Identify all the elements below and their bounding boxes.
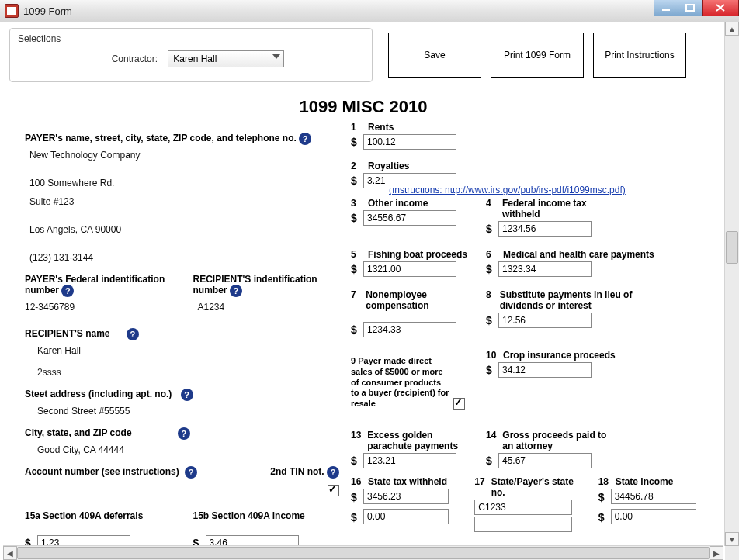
box-7-num: 7	[351, 289, 359, 311]
recipient-id: A1234	[198, 302, 340, 313]
box-14-input[interactable]	[498, 453, 592, 468]
box-3-label: Other income	[368, 198, 428, 209]
boxes-column: 1Rents $ 2Royalties $ 3Other income $	[351, 122, 710, 534]
title-bar: 1099 Form	[0, 0, 739, 22]
dollar-icon: $	[351, 455, 363, 467]
help-icon[interactable]: ?	[181, 389, 193, 401]
box-15a-label: 15a Section 409A deferrals	[25, 510, 172, 521]
street-value: Second Street #55555	[37, 406, 339, 417]
box-17-num: 17	[474, 476, 484, 498]
close-button[interactable]	[702, 0, 739, 16]
second-tin-checkbox[interactable]	[328, 485, 339, 496]
box-16-input-1[interactable]	[363, 489, 449, 504]
box-7-label: Nonemployee compensation	[366, 289, 467, 311]
scroll-right-button[interactable]: ▶	[710, 546, 723, 560]
box-1-input[interactable]	[363, 134, 456, 150]
scroll-up-button[interactable]: ▲	[725, 22, 739, 36]
box-10-num: 10	[486, 350, 497, 361]
maximize-icon	[685, 4, 695, 12]
box-3-input[interactable]	[363, 210, 456, 226]
help-icon[interactable]: ?	[178, 427, 190, 440]
box-2-input[interactable]	[363, 173, 456, 188]
box-1-label: Rents	[368, 122, 394, 133]
box-5-num: 5	[351, 249, 362, 260]
box-9-checkbox[interactable]	[453, 398, 465, 410]
box-15a-input[interactable]	[37, 535, 130, 546]
maximize-button[interactable]	[678, 0, 703, 16]
box-6-label: Medical and health care payments	[503, 249, 654, 260]
box-17-input-2[interactable]	[474, 517, 572, 532]
save-button[interactable]: Save	[388, 33, 481, 78]
box-6-num: 6	[486, 249, 497, 260]
box-9-label: 9 Payer made direct sales of $5000 or mo…	[351, 356, 450, 410]
help-icon[interactable]: ?	[61, 285, 74, 297]
box-18-label: State income	[616, 476, 674, 487]
box-18-input-1[interactable]	[611, 489, 696, 504]
scroll-corner	[725, 546, 739, 560]
scroll-thumb[interactable]	[726, 231, 738, 264]
scroll-down-button[interactable]: ▼	[725, 532, 739, 546]
minimize-icon	[661, 4, 671, 12]
payer-addr2: Suite #123	[29, 196, 339, 207]
help-icon[interactable]: ?	[127, 328, 139, 340]
box-18-input-2[interactable]	[611, 509, 696, 524]
help-icon[interactable]: ?	[299, 133, 311, 145]
form-title: 1099 MISC 2010	[3, 97, 723, 117]
box-17-label: State/Payer's state no.	[491, 476, 586, 498]
box-7-input[interactable]	[363, 322, 456, 337]
scroll-thumb-h[interactable]	[17, 547, 710, 559]
svg-rect-0	[662, 9, 670, 11]
box-17-input-1[interactable]	[474, 500, 572, 515]
window-buttons	[654, 0, 739, 16]
box-13-input[interactable]	[363, 453, 456, 468]
help-icon[interactable]: ?	[230, 285, 242, 297]
box-6-input[interactable]	[498, 261, 592, 277]
box-4-num: 4	[486, 198, 496, 220]
second-tin-label: 2nd TIN not.	[270, 466, 324, 477]
box-4-input[interactable]	[498, 221, 592, 237]
dollar-icon: $	[486, 364, 498, 376]
dollar-icon: $	[351, 175, 363, 187]
scroll-left-button[interactable]: ◀	[3, 546, 17, 560]
box-5-input[interactable]	[363, 261, 456, 277]
svg-rect-1	[686, 5, 694, 11]
dollar-icon: $	[351, 491, 363, 503]
contractor-label: Contractor:	[18, 54, 165, 64]
city-label: City, state, and ZIP code	[25, 427, 132, 438]
box-15b-label: 15b Section 409A income	[193, 510, 340, 521]
vertical-scrollbar[interactable]: ▲ ▼	[724, 22, 739, 546]
box-5-label: Fishing boat proceeds	[368, 249, 467, 260]
box-13-num: 13	[351, 430, 361, 451]
box-2-num: 2	[351, 161, 362, 171]
minimize-button[interactable]	[654, 0, 678, 16]
selections-fieldset: Selections Contractor: Karen Hall	[9, 28, 373, 82]
box-2-label: Royalties	[368, 161, 409, 171]
print-instructions-button[interactable]: Print Instructions	[593, 33, 686, 78]
payer-recipient-column: PAYER's name, street, city, state, ZIP c…	[25, 122, 339, 546]
contractor-combo[interactable]: Karen Hall	[168, 50, 284, 67]
print-instructions-label: Print Instructions	[605, 50, 674, 60]
dollar-icon: $	[351, 136, 363, 148]
dollar-icon: $	[351, 263, 363, 275]
box-10-input[interactable]	[498, 362, 592, 378]
help-icon[interactable]: ?	[327, 466, 339, 479]
box-13-label: Excess golden parachute payments	[367, 430, 467, 451]
scroll-pane: Selections Contractor: Karen Hall Save P…	[3, 22, 723, 546]
app-icon	[5, 4, 19, 18]
dollar-icon: $	[486, 455, 498, 467]
dollar-icon: $	[486, 314, 498, 327]
print-1099-button[interactable]: Print 1099 Form	[491, 33, 584, 78]
divider	[3, 92, 723, 92]
payer-fedid: 12-3456789	[25, 302, 172, 313]
box-10-label: Crop insurance proceeds	[503, 350, 616, 361]
help-icon[interactable]: ?	[185, 466, 197, 479]
box-8-input[interactable]	[498, 313, 592, 328]
box-8-label: Substitute payments in lieu of dividends…	[500, 289, 657, 311]
recipient-name: Karen Hall	[37, 345, 339, 356]
horizontal-scrollbar[interactable]: ◀ ▶	[3, 545, 723, 560]
client-area: Selections Contractor: Karen Hall Save P…	[0, 22, 739, 560]
box-15b-input[interactable]	[206, 535, 299, 546]
box-16-label: State tax withheld	[368, 476, 447, 487]
box-16-input-2[interactable]	[363, 509, 449, 524]
city-value: Good City, CA 44444	[37, 444, 339, 455]
